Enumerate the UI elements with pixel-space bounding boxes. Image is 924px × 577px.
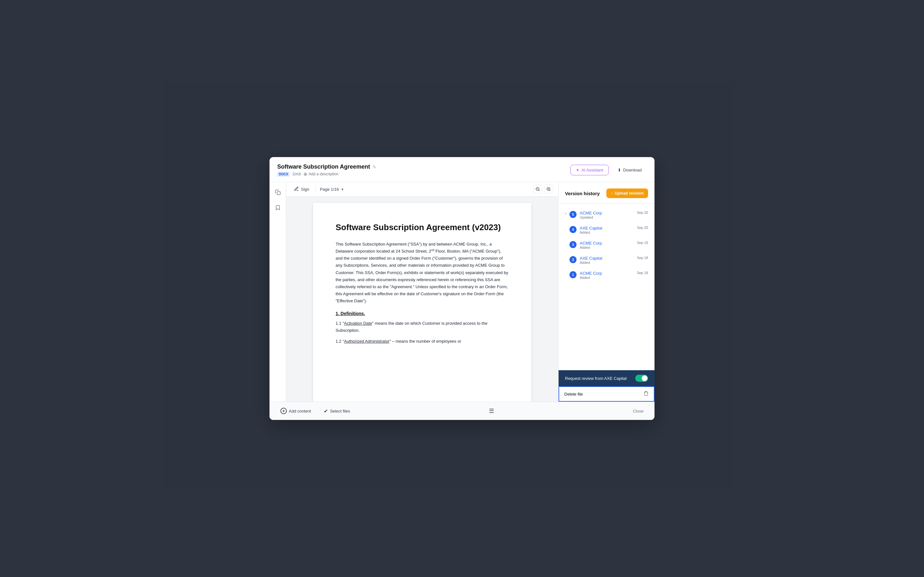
bookmark-icon[interactable] xyxy=(273,203,283,213)
sparkle-icon: ✦ xyxy=(576,168,580,172)
check-circle-icon: ✔ xyxy=(324,408,328,414)
version-item-4[interactable]: › 4 AXE Capital Added Sep 20 xyxy=(559,222,654,237)
upload-icon: ↑ xyxy=(611,191,613,195)
title-row: Software Subscription Agreement ✎ xyxy=(277,163,376,170)
header-right: ✦ AI Assistant ⬇ Download xyxy=(570,165,647,175)
request-review-row: Request review from AXE Capital xyxy=(559,370,654,386)
add-description-btn[interactable]: ⊕ Add a description xyxy=(304,171,338,177)
version-list: › 5 ACME Corp Updated Sep 20 › 4 AXE xyxy=(559,203,654,370)
meta-row: DOCX 32KB ⊕ Add a description xyxy=(277,171,376,177)
version-action-2: Added xyxy=(580,261,634,264)
sign-pen-icon xyxy=(294,186,299,192)
expand-icon-v5: › xyxy=(565,211,566,216)
version-info-1: ACME Corp Added xyxy=(580,271,634,279)
footer-left: + Add content ✔ Select files xyxy=(277,406,353,416)
modal-header: Software Subscription Agreement ✎ DOCX 3… xyxy=(270,157,654,182)
edit-icon[interactable]: ✎ xyxy=(373,164,376,169)
document-modal: Software Subscription Agreement ✎ DOCX 3… xyxy=(270,157,654,420)
version-action-1: Added xyxy=(580,276,634,279)
toolbar-divider xyxy=(316,186,316,192)
file-type-badge: DOCX xyxy=(277,172,290,177)
file-size: 32KB xyxy=(292,172,301,176)
right-panel-bottom: Request review from AXE Capital Delete f… xyxy=(559,370,654,402)
footer-center: ☰ xyxy=(489,408,494,414)
header-left: Software Subscription Agreement ✎ DOCX 3… xyxy=(277,163,376,177)
modal-footer: + Add content ✔ Select files ☰ Close xyxy=(270,402,654,420)
delete-file-row[interactable]: Delete file xyxy=(559,386,654,402)
svg-line-2 xyxy=(539,190,540,191)
doc-heading: Software Subscription Agreement (v2023) xyxy=(336,222,509,233)
doc-toolbar: Sign Page 1/16 ▾ xyxy=(286,182,558,197)
sign-button[interactable]: Sign xyxy=(291,185,312,193)
version-org-4: AXE Capital xyxy=(580,226,634,230)
version-item-3[interactable]: › 3 ACME Corp Added Sep 19 xyxy=(559,237,654,253)
version-date-2: Sep 18 xyxy=(637,256,648,259)
delete-file-label: Delete file xyxy=(564,392,583,396)
add-content-icon: + xyxy=(280,408,287,414)
copy-icon[interactable] xyxy=(273,187,283,197)
modal-body: Sign Page 1/16 ▾ xyxy=(270,182,654,402)
sidebar-icons xyxy=(270,182,286,402)
doc-subsection-1-2: 1.2 "Authorized Administrator" – means t… xyxy=(336,338,509,345)
request-review-toggle[interactable] xyxy=(635,375,648,382)
version-header: Version history ↑ Upload revision xyxy=(559,182,654,203)
version-org-5: ACME Corp xyxy=(580,211,634,215)
version-info-5: ACME Corp Updated xyxy=(580,211,634,219)
version-date-3: Sep 19 xyxy=(637,241,648,245)
version-info-3: ACME Corp Added xyxy=(580,241,634,250)
page-navigation: Page 1/16 ▾ xyxy=(320,186,344,192)
add-content-button[interactable]: + Add content xyxy=(277,406,314,416)
version-org-1: ACME Corp xyxy=(580,271,634,276)
trash-icon xyxy=(644,391,649,397)
zoom-in-button[interactable] xyxy=(544,185,553,193)
doc-viewer: Software Subscription Agreement (v2023) … xyxy=(286,197,558,402)
svg-line-5 xyxy=(549,190,551,191)
request-review-label: Request review from AXE Capital xyxy=(565,376,627,381)
version-org-3: ACME Corp xyxy=(580,241,634,245)
zoom-controls xyxy=(533,185,553,193)
ai-assistant-button[interactable]: ✦ AI Assistant xyxy=(570,165,609,175)
menu-icon[interactable]: ☰ xyxy=(489,408,494,414)
doc-subsection-1-1: 1.1 "Activation Date" means the date on … xyxy=(336,320,509,334)
page-dropdown-btn[interactable]: ▾ xyxy=(341,186,344,192)
doc-section-1-title: 1. Definitions. xyxy=(336,311,509,316)
version-badge-1: 1 xyxy=(569,271,577,278)
version-info-2: AXE Capital Added xyxy=(580,256,634,264)
doc-paragraph-1: This Software Subscription Agreement ("S… xyxy=(336,241,509,305)
zoom-out-button[interactable] xyxy=(533,185,542,193)
doc-page: Software Subscription Agreement (v2023) … xyxy=(313,203,531,402)
download-button[interactable]: ⬇ Download xyxy=(612,165,647,175)
download-icon: ⬇ xyxy=(618,168,621,172)
select-files-button[interactable]: ✔ Select files xyxy=(320,406,353,416)
version-action-3: Added xyxy=(580,245,634,250)
version-org-2: AXE Capital xyxy=(580,256,634,261)
plus-circle-icon: ⊕ xyxy=(304,171,307,177)
version-badge-5: 5 xyxy=(569,211,577,218)
version-item-1[interactable]: › 1 ACME Corp Added Sep 18 xyxy=(559,268,654,283)
upload-revision-button[interactable]: ↑ Upload revision xyxy=(606,189,648,198)
version-badge-3: 3 xyxy=(569,241,577,248)
modal-overlay: Software Subscription Agreement ✎ DOCX 3… xyxy=(0,0,924,577)
document-title: Software Subscription Agreement xyxy=(277,163,370,170)
version-info-4: AXE Capital Added xyxy=(580,226,634,234)
version-date-4: Sep 20 xyxy=(637,226,648,229)
svg-rect-0 xyxy=(277,192,280,195)
version-date-5: Sep 20 xyxy=(637,211,648,214)
version-badge-4: 4 xyxy=(569,226,577,233)
version-date-1: Sep 18 xyxy=(637,271,648,275)
footer-right: Close xyxy=(630,407,647,416)
version-action-4: Added xyxy=(580,230,634,234)
version-history-title: Version history xyxy=(565,191,599,196)
viewer-container: Sign Page 1/16 ▾ xyxy=(286,182,558,402)
right-panel: Version history ↑ Upload revision › 5 AC… xyxy=(558,182,654,402)
version-item-5[interactable]: › 5 ACME Corp Updated Sep 20 xyxy=(559,207,654,222)
version-badge-2: 2 xyxy=(569,256,577,263)
version-item-2[interactable]: › 2 AXE Capital Added Sep 18 xyxy=(559,253,654,268)
version-action-5: Updated xyxy=(580,215,634,219)
close-button[interactable]: Close xyxy=(630,407,647,416)
